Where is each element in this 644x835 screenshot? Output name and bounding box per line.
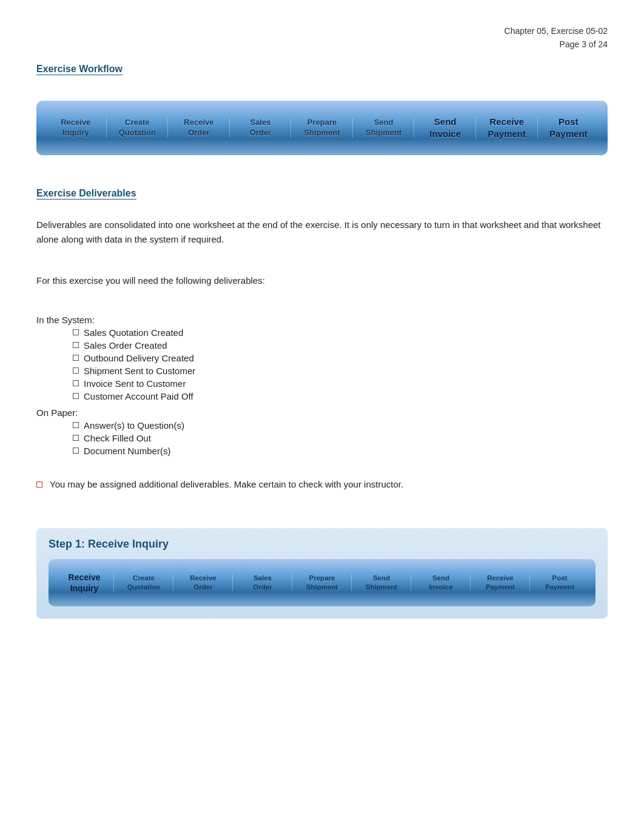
page-label: Page 3 of 24 bbox=[36, 38, 608, 51]
bullet-icon bbox=[73, 355, 79, 361]
workflow-step-small-4: PrepareShipment bbox=[292, 572, 352, 593]
list-item: Answer(s) to Question(s) bbox=[73, 420, 608, 431]
list-item: Customer Account Paid Off bbox=[73, 391, 608, 401]
workflow-step-0: ReceiveInquiry bbox=[45, 115, 107, 141]
workflow-step-6: SendInvoice bbox=[414, 113, 476, 142]
workflow-step-small-1: CreateQuotation bbox=[114, 572, 173, 593]
note-row: You may be assigned additional deliverab… bbox=[36, 479, 608, 489]
exercise-deliverables-title: Exercise Deliverables bbox=[36, 188, 136, 200]
workflow-step-2: ReceiveOrder bbox=[168, 115, 230, 141]
list-item: Outbound Delivery Created bbox=[73, 353, 608, 363]
bullet-icon bbox=[73, 329, 79, 335]
step1-workflow-bar: ReceiveInquiryCreateQuotationReceiveOrde… bbox=[49, 559, 595, 606]
list-item: Sales Quotation Created bbox=[73, 327, 608, 338]
on-paper-list: Answer(s) to Question(s)Check Filled Out… bbox=[73, 420, 608, 456]
in-system-section: In the System: Sales Quotation CreatedSa… bbox=[36, 315, 608, 401]
bullet-icon bbox=[73, 367, 79, 374]
bullet-icon bbox=[73, 422, 79, 428]
workflow-step-3: SalesOrder bbox=[230, 115, 292, 141]
in-system-label: In the System: bbox=[36, 315, 608, 325]
list-item: Check Filled Out bbox=[73, 433, 608, 443]
bullet-icon bbox=[73, 448, 79, 454]
workflow-step-8: PostPayment bbox=[538, 113, 600, 142]
on-paper-section: On Paper: Answer(s) to Question(s)Check … bbox=[36, 407, 608, 456]
on-paper-label: On Paper: bbox=[36, 407, 608, 418]
workflow-step-7: ReceivePayment bbox=[476, 113, 538, 142]
main-workflow-bar: ReceiveInquiryCreateQuotationReceiveOrde… bbox=[36, 101, 608, 155]
list-item: Sales Order Created bbox=[73, 340, 608, 350]
note-bullet-icon bbox=[36, 481, 42, 488]
workflow-step-small-2: ReceiveOrder bbox=[173, 572, 233, 593]
bullet-icon bbox=[73, 393, 79, 399]
deliverables-intro1: Deliverables are consolidated into one w… bbox=[36, 218, 608, 247]
bullet-icon bbox=[73, 380, 79, 386]
list-item: Invoice Sent to Customer bbox=[73, 378, 608, 389]
workflow-step-4: PrepareShipment bbox=[291, 115, 353, 141]
list-item: Shipment Sent to Customer bbox=[73, 366, 608, 376]
workflow-step-small-8: PostPayment bbox=[530, 572, 589, 593]
workflow-step-5: SendShipment bbox=[353, 115, 415, 141]
step1-title: Step 1: Receive Inquiry bbox=[49, 538, 595, 551]
step1-box: Step 1: Receive Inquiry ReceiveInquiryCr… bbox=[36, 528, 608, 619]
bullet-icon bbox=[73, 342, 79, 348]
workflow-step-small-3: SalesOrder bbox=[233, 572, 292, 593]
exercise-workflow-title: Exercise Workflow bbox=[36, 64, 122, 75]
workflow-step-small-0: ReceiveInquiry bbox=[55, 571, 114, 595]
workflow-step-small-6: SendInvoice bbox=[411, 572, 471, 593]
note-text: You may be assigned additional deliverab… bbox=[50, 479, 403, 489]
header-info: Chapter 05, Exercise 05-02 Page 3 of 24 bbox=[36, 24, 608, 52]
list-item: Document Number(s) bbox=[73, 446, 608, 456]
deliverables-intro2: For this exercise you will need the foll… bbox=[36, 273, 608, 288]
workflow-step-small-7: ReceivePayment bbox=[471, 572, 530, 593]
in-system-list: Sales Quotation CreatedSales Order Creat… bbox=[73, 327, 608, 401]
chapter-label: Chapter 05, Exercise 05-02 bbox=[36, 24, 608, 38]
workflow-step-1: CreateQuotation bbox=[107, 115, 169, 141]
workflow-step-small-5: SendShipment bbox=[352, 572, 411, 593]
bullet-icon bbox=[73, 435, 79, 441]
